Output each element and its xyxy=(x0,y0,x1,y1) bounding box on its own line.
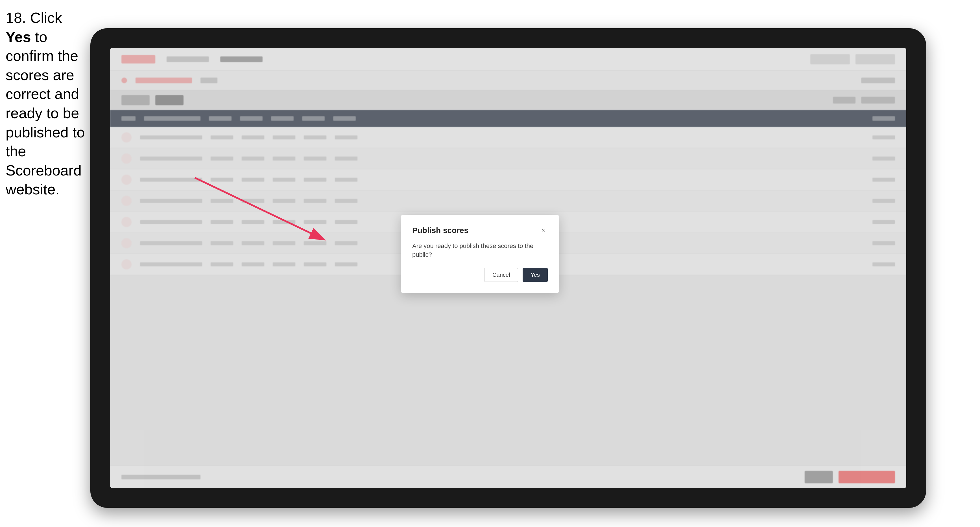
instruction-part2: to confirm the scores are correct and re… xyxy=(6,29,85,198)
dialog-title: Publish scores xyxy=(412,226,468,235)
cancel-button[interactable]: Cancel xyxy=(484,268,518,282)
close-icon: × xyxy=(541,227,545,234)
publish-scores-dialog: Publish scores × Are you ready to publis… xyxy=(401,215,559,294)
dialog-close-button[interactable]: × xyxy=(539,226,548,235)
modal-overlay: Publish scores × Are you ready to publis… xyxy=(110,48,906,488)
dialog-body: Are you ready to publish these scores to… xyxy=(412,242,548,259)
yes-button[interactable]: Yes xyxy=(523,268,548,282)
tablet-screen: Publish scores × Are you ready to publis… xyxy=(110,48,906,488)
dialog-footer: Cancel Yes xyxy=(412,268,548,282)
instruction-part1: Click xyxy=(30,10,62,26)
dialog-message: Are you ready to publish these scores to… xyxy=(412,242,548,259)
step-number: 18. xyxy=(6,10,26,26)
bold-yes: Yes xyxy=(6,29,31,45)
instruction-text: 18. Click Yes to confirm the scores are … xyxy=(6,8,88,199)
dialog-header: Publish scores × xyxy=(412,226,548,235)
tablet-device: Publish scores × Are you ready to publis… xyxy=(90,28,926,508)
